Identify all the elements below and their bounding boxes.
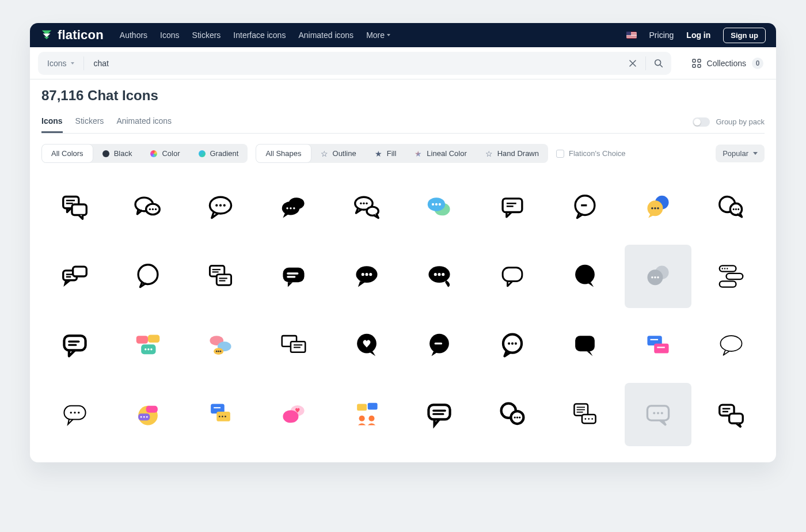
grid-icon[interactable] <box>552 176 619 239</box>
grid-icon[interactable] <box>115 245 182 308</box>
grid-icon[interactable] <box>406 245 473 308</box>
sort-dropdown[interactable]: Popular <box>716 145 765 162</box>
grid-icon[interactable] <box>625 383 692 446</box>
grid-icon[interactable] <box>333 176 400 239</box>
grid-icon[interactable] <box>697 245 765 308</box>
chat-grey-bubbles-icon <box>642 261 674 292</box>
color-color[interactable]: Color <box>141 144 189 163</box>
grid-icon[interactable] <box>187 383 254 446</box>
chat-two-outline-icon <box>716 192 747 223</box>
chat-two-dots-outline-icon <box>351 192 382 223</box>
shape-outline[interactable]: ☆Outline <box>311 144 366 163</box>
grid-icon[interactable] <box>625 245 692 308</box>
shape-fill[interactable]: ★Fill <box>366 144 406 163</box>
chat-two-dots-heavy-outline-icon <box>497 399 528 430</box>
svg-point-116 <box>70 412 72 413</box>
speech-dots-heavy-outline-icon <box>497 330 528 361</box>
black-swatch-icon <box>102 150 109 157</box>
search-input-wrap <box>84 52 619 75</box>
nav-animated-icons[interactable]: Animated icons <box>298 31 353 40</box>
grid-icon[interactable] <box>260 314 328 377</box>
speech-thin-outline-icon <box>716 330 747 361</box>
grid-icon[interactable] <box>41 245 109 308</box>
toggle-switch[interactable] <box>693 117 710 127</box>
grid-icon[interactable] <box>625 314 692 377</box>
color-black[interactable]: Black <box>93 144 142 163</box>
shape-lineal[interactable]: ★Lineal Color <box>405 144 476 163</box>
shape-all[interactable]: All Shapes <box>256 144 311 163</box>
svg-point-25 <box>363 203 364 204</box>
nav-stickers[interactable]: Stickers <box>192 31 221 40</box>
svg-point-124 <box>146 416 148 418</box>
icon-grid <box>30 168 776 462</box>
signup-button[interactable]: Sign up <box>723 28 766 43</box>
chat-badge-color-icon <box>132 399 164 430</box>
svg-point-52 <box>138 265 158 284</box>
grid-icon[interactable] <box>187 314 254 377</box>
messages-stack-outline-icon <box>205 261 236 292</box>
grid-icon[interactable] <box>406 176 473 239</box>
grid-icon[interactable] <box>697 314 765 377</box>
brand-logo[interactable]: flaticon <box>40 28 104 43</box>
grid-icon[interactable] <box>187 176 254 239</box>
grid-icon[interactable] <box>625 176 692 239</box>
svg-point-96 <box>218 351 220 352</box>
flaticons-choice-checkbox[interactable]: Flaticon's Choice <box>556 149 626 158</box>
grid-icon[interactable] <box>333 245 400 308</box>
tab-icons[interactable]: Icons <box>41 111 63 133</box>
grid-icon[interactable] <box>260 245 328 308</box>
nav-more[interactable]: More <box>366 31 390 40</box>
grid-icon[interactable] <box>479 176 546 239</box>
grid-icon[interactable] <box>552 245 619 308</box>
nav-interface-icons[interactable]: Interface icons <box>233 31 286 40</box>
grid-icon[interactable] <box>41 176 109 239</box>
svg-point-76 <box>657 276 659 278</box>
grid-icon[interactable] <box>406 383 473 446</box>
grid-icon[interactable] <box>115 176 182 239</box>
grid-icon[interactable] <box>260 176 328 239</box>
color-all[interactable]: All Colors <box>41 144 93 163</box>
grid-icon[interactable] <box>41 383 109 446</box>
grid-icon[interactable] <box>260 383 328 446</box>
grid-icon[interactable] <box>333 314 400 377</box>
grid-icon[interactable] <box>333 383 400 446</box>
search-bar: Icons <box>38 52 671 75</box>
language-flag-icon[interactable] <box>626 32 637 39</box>
nav-authors[interactable]: Authors <box>120 31 147 40</box>
nav-pricing[interactable]: Pricing <box>649 31 674 40</box>
tab-animated-icons[interactable]: Animated icons <box>116 111 172 133</box>
svg-point-90 <box>147 348 149 350</box>
svg-point-67 <box>434 273 437 276</box>
chat-pair-outline-icon <box>716 399 747 430</box>
gradient-swatch-icon <box>199 150 206 157</box>
grid-icon[interactable] <box>41 314 109 377</box>
shape-hand-drawn[interactable]: ☆Hand Drawn <box>476 144 548 163</box>
grid-icon[interactable] <box>115 383 182 446</box>
search-submit-button[interactable] <box>646 52 671 75</box>
grid-icon[interactable] <box>552 314 619 377</box>
grid-icon[interactable] <box>187 245 254 308</box>
grid-icon[interactable] <box>697 383 765 446</box>
svg-point-118 <box>78 412 79 413</box>
grid-icon[interactable] <box>552 383 619 446</box>
svg-point-22 <box>293 207 295 209</box>
nav-icons[interactable]: Icons <box>160 31 179 40</box>
group-label: Group by pack <box>716 117 765 126</box>
collections-button[interactable]: Collections 0 <box>679 58 776 69</box>
search-type-select[interactable]: Icons <box>38 52 83 75</box>
group-by-pack-toggle[interactable]: Group by pack <box>693 117 765 127</box>
svg-rect-1 <box>693 59 695 62</box>
grid-icon[interactable] <box>115 314 182 377</box>
grid-icon[interactable] <box>406 314 473 377</box>
search-input[interactable] <box>92 58 611 69</box>
tab-stickers[interactable]: Stickers <box>75 111 104 133</box>
clear-search-button[interactable] <box>620 52 645 75</box>
grid-icon[interactable] <box>479 314 546 377</box>
nav-login[interactable]: Log in <box>686 31 710 40</box>
color-gradient[interactable]: Gradient <box>189 144 248 163</box>
grid-icon[interactable] <box>479 383 546 446</box>
grid-icon[interactable] <box>479 245 546 308</box>
star-hand-icon: ☆ <box>485 149 493 158</box>
grid-icon[interactable] <box>697 176 765 239</box>
svg-point-132 <box>283 410 299 423</box>
